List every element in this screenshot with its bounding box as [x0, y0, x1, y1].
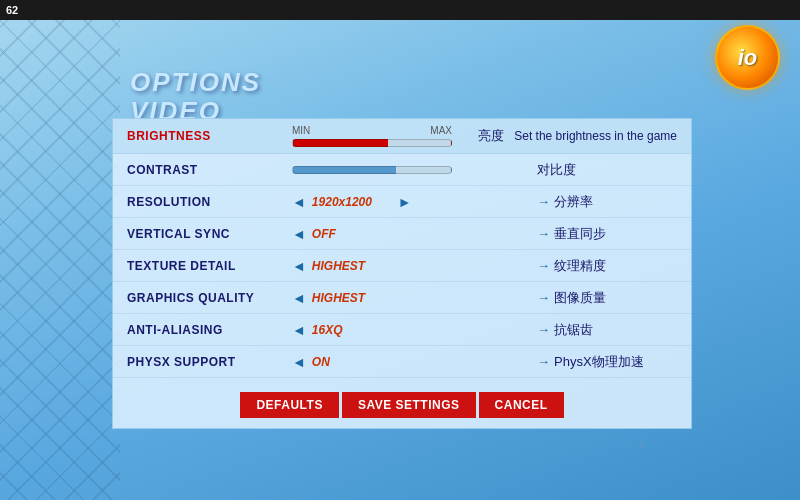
physx-arrow-left[interactable]: ◄ — [292, 354, 306, 370]
graphics-quality-chinese-label: 图像质量 — [554, 289, 606, 307]
anti-aliasing-chinese-arrow: → — [537, 322, 550, 337]
resolution-chinese-arrow: → — [537, 194, 550, 209]
texture-detail-control: ◄ HIGHEST — [292, 258, 537, 274]
brightness-chinese-label: 亮度 — [478, 127, 504, 145]
contrast-slider-area — [292, 166, 537, 174]
graphics-quality-chinese: → 图像质量 — [537, 289, 677, 307]
contrast-chinese: 对比度 — [537, 161, 677, 179]
texture-detail-value: HIGHEST — [312, 259, 392, 273]
physx-chinese-label: PhysX物理加速 — [554, 353, 644, 371]
resolution-row: RESOLUTION ◄ 1920x1200 ► → 分辨率 — [113, 186, 691, 218]
logo: io — [715, 25, 785, 95]
texture-detail-arrow-left[interactable]: ◄ — [292, 258, 306, 274]
graphics-quality-row: GRAPHICS QUALITY ◄ HIGHEST → 图像质量 — [113, 282, 691, 314]
vertical-sync-chinese-label: 垂直同步 — [554, 225, 606, 243]
physx-control: ◄ ON — [292, 354, 537, 370]
vertical-sync-value: OFF — [312, 227, 392, 241]
anti-aliasing-chinese: → 抗锯齿 — [537, 321, 677, 339]
top-bar: 62 — [0, 0, 800, 20]
brightness-chinese: 亮度 Set the brightness in the game — [478, 127, 677, 145]
brightness-label: BRIGHTNESS — [127, 129, 292, 143]
physx-value: ON — [312, 355, 392, 369]
slider-min-max: MIN MAX — [292, 125, 452, 136]
graphics-quality-label: GRAPHICS QUALITY — [127, 291, 292, 305]
contrast-chinese-label: 对比度 — [537, 161, 576, 179]
physx-chinese-arrow: → — [537, 354, 550, 369]
vertical-sync-label: VERTICAL SYNC — [127, 227, 292, 241]
vertical-sync-control: ◄ OFF — [292, 226, 537, 242]
resolution-label: RESOLUTION — [127, 195, 292, 209]
graphics-quality-value: HIGHEST — [312, 291, 392, 305]
page-title-line1: OPTIONS — [130, 68, 261, 97]
logo-image: io — [715, 25, 780, 90]
page-title: OPTIONS VIDEO — [130, 68, 261, 125]
texture-detail-chinese-arrow: → — [537, 258, 550, 273]
defaults-button[interactable]: DEFAULTS — [240, 392, 338, 418]
resolution-value: 1920x1200 — [312, 195, 392, 209]
anti-aliasing-chinese-label: 抗锯齿 — [554, 321, 593, 339]
texture-detail-chinese-label: 纹理精度 — [554, 257, 606, 275]
anti-aliasing-control: ◄ 16XQ — [292, 322, 537, 338]
graphics-quality-arrow-left[interactable]: ◄ — [292, 290, 306, 306]
graphics-quality-control: ◄ HIGHEST — [292, 290, 537, 306]
brightness-slider[interactable] — [292, 139, 452, 147]
background-panels — [0, 20, 120, 500]
graphics-quality-chinese-arrow: → — [537, 290, 550, 305]
resolution-control: ◄ 1920x1200 ► — [292, 194, 537, 210]
physx-chinese: → PhysX物理加速 — [537, 353, 677, 371]
resolution-chinese: → 分辨率 — [537, 193, 677, 211]
resolution-arrow-right[interactable]: ► — [398, 194, 412, 210]
vertical-sync-arrow-left[interactable]: ◄ — [292, 226, 306, 242]
fps-counter: 62 — [6, 4, 18, 16]
resolution-chinese-label: 分辨率 — [554, 193, 593, 211]
brightness-slider-container: MIN MAX — [292, 125, 452, 147]
resolution-arrow-left[interactable]: ◄ — [292, 194, 306, 210]
physx-row: PHYSX SUPPORT ◄ ON → PhysX物理加速 — [113, 346, 691, 378]
contrast-row: CONTRAST 对比度 — [113, 154, 691, 186]
save-settings-button[interactable]: SAVE SETTINGS — [342, 392, 476, 418]
decorative-dot — [639, 442, 645, 448]
contrast-label: CONTRAST — [127, 163, 292, 177]
slider-max-label: MAX — [430, 125, 452, 136]
anti-aliasing-label: ANTI-ALIASING — [127, 323, 292, 337]
contrast-slider[interactable] — [292, 166, 452, 174]
vertical-sync-chinese: → 垂直同步 — [537, 225, 677, 243]
vertical-sync-chinese-arrow: → — [537, 226, 550, 241]
buttons-row: DEFAULTS SAVE SETTINGS CANCEL — [113, 392, 691, 418]
texture-detail-row: TEXTURE DETAIL ◄ HIGHEST → 纹理精度 — [113, 250, 691, 282]
brightness-row: BRIGHTNESS MIN MAX 亮度 Set the brightness… — [113, 119, 691, 154]
physx-label: PHYSX SUPPORT — [127, 355, 292, 369]
anti-aliasing-value: 16XQ — [312, 323, 392, 337]
vertical-sync-row: VERTICAL SYNC ◄ OFF → 垂直同步 — [113, 218, 691, 250]
texture-detail-label: TEXTURE DETAIL — [127, 259, 292, 273]
cancel-button[interactable]: CANCEL — [479, 392, 564, 418]
slider-min-label: MIN — [292, 125, 310, 136]
anti-aliasing-arrow-left[interactable]: ◄ — [292, 322, 306, 338]
settings-panel: BRIGHTNESS MIN MAX 亮度 Set the brightness… — [112, 118, 692, 429]
brightness-description: Set the brightness in the game — [514, 129, 677, 143]
texture-detail-chinese: → 纹理精度 — [537, 257, 677, 275]
anti-aliasing-row: ANTI-ALIASING ◄ 16XQ → 抗锯齿 — [113, 314, 691, 346]
